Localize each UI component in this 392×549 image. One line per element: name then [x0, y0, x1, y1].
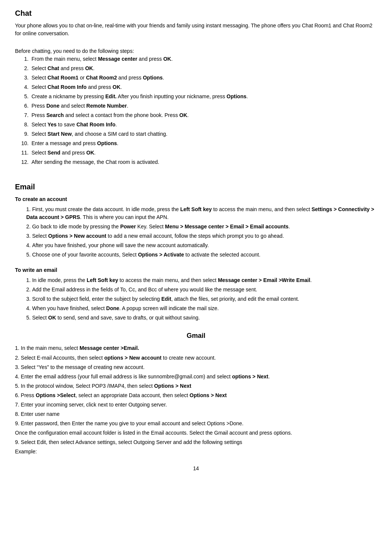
chat-intro: Your phone allows you to chat on-line, r…: [15, 22, 377, 38]
gmail-steps-list: 1. In the main menu, select Message cent…: [15, 344, 377, 456]
email-write-step-5: 5.Select OK to send, send and save, save…: [26, 314, 377, 322]
gmail-step-9b: 9. Select Edit, then select Advance sett…: [15, 438, 377, 446]
gmail-step-5: 5. In the protocol window, Select POP3 /…: [15, 382, 377, 390]
write-email-steps: 1.In idle mode, press the Left Soft key …: [26, 276, 377, 322]
create-account-heading: To create an account: [15, 195, 377, 203]
chat-title: Chat: [15, 8, 377, 19]
email-create-step-4: 4.After you have finished, your phone wi…: [26, 242, 377, 249]
email-section: Email To create an account 1.First, you …: [15, 181, 377, 322]
chat-steps-list: From the main menu, select Message cente…: [30, 55, 377, 166]
email-title: Email: [15, 181, 377, 192]
chat-step-1: From the main menu, select Message cente…: [30, 55, 377, 63]
chat-step-7: Press Search and select a contact from t…: [30, 111, 377, 119]
gmail-step-4: 4. Enter the email address (your full em…: [15, 373, 377, 381]
chat-section: Chat Your phone allows you to chat on-li…: [15, 8, 377, 166]
chat-step-6: Press Done and select Remote Number.: [30, 102, 377, 110]
chat-step-12: After sending the message, the Chat room…: [30, 158, 377, 166]
email-write-step-4: 4.When you have finished, select Done. A…: [26, 304, 377, 312]
chat-step-11: Select Send and press OK.: [30, 149, 377, 157]
gmail-step-6: 6. Press Options >Select, select an appr…: [15, 392, 377, 399]
gmail-step-3: 3. Select “Yes” to the message of creati…: [15, 363, 377, 371]
chat-step-10: Enter a message and press Options.: [30, 140, 377, 147]
email-create-step-1: 1.First, you must create the data accoun…: [26, 206, 377, 221]
email-write-step-1: 1.In idle mode, press the Left Soft key …: [26, 276, 377, 284]
email-create-step-5: 5.Choose one of your favorite accounts, …: [26, 251, 377, 259]
gmail-step-9a: 9. Enter password, then Enter the name y…: [15, 420, 377, 428]
chat-step-2: Select Chat and press OK.: [30, 64, 377, 72]
write-email-heading: To write an email: [15, 266, 377, 274]
gmail-step-8: 8. Enter user name: [15, 410, 377, 418]
gmail-section: Gmail 1. In the main menu, select Messag…: [15, 331, 377, 456]
email-create-step-3: 3.Select Options > New account to add a …: [26, 232, 377, 240]
create-account-steps: 1.First, you must create the data accoun…: [26, 206, 377, 259]
chat-step-4: Select Chat Room Info and press OK.: [30, 83, 377, 91]
chat-step-9: Select Start New, and choose a SIM card …: [30, 130, 377, 138]
page-number: 14: [15, 465, 377, 472]
email-write-step-2: 2.Add the Email address in the fields of…: [26, 286, 377, 294]
gmail-step-1: 1. In the main menu, select Message cent…: [15, 344, 377, 352]
chat-step-8: Select Yes to save Chat Room Info.: [30, 121, 377, 129]
gmail-step-2: 2. Select E-mail Accounts, then select o…: [15, 354, 377, 362]
chat-step-3: Select Chat Room1 or Chat Room2 and pres…: [30, 74, 377, 82]
gmail-title: Gmail: [15, 331, 377, 341]
email-write-step-3: 3.Scroll to the subject field, enter the…: [26, 295, 377, 303]
gmail-step-once: Once the configuration email account fol…: [15, 429, 377, 437]
email-create-step-2: 2.Go back to idle mode by pressing the P…: [26, 223, 377, 231]
gmail-step-7: 7. Enter your incoming server, click nex…: [15, 401, 377, 409]
chat-before-label: Before chatting, you need to do the foll…: [15, 47, 377, 55]
gmail-step-example: Example:: [15, 448, 377, 456]
chat-step-5: Create a nickname by pressing Edit. Afte…: [30, 93, 377, 100]
